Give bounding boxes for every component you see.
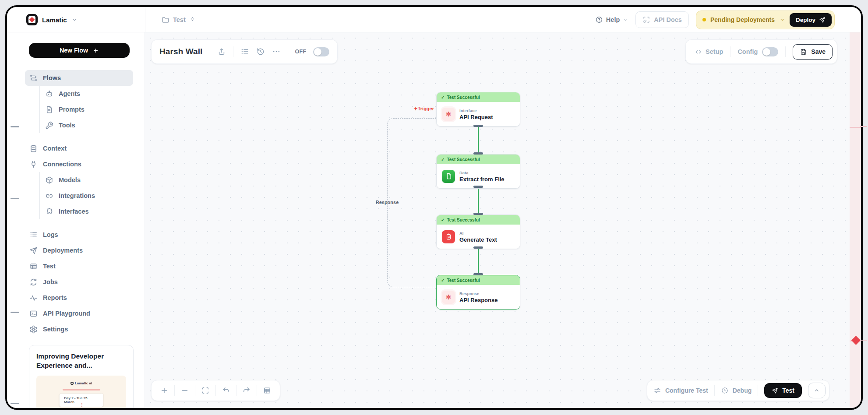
data-table-icon[interactable] — [263, 386, 272, 395]
node-extract-from-file[interactable]: ✓Test Successful Data Extract from File — [436, 154, 520, 189]
flow-enable-toggle[interactable] — [313, 47, 329, 56]
topbar-divider — [145, 7, 145, 32]
chevron-down-icon — [779, 17, 785, 23]
setup-label: Setup — [706, 48, 723, 55]
debug-label: Debug — [733, 387, 752, 394]
flow-canvas[interactable]: Harsh Wall OFF Setup Config — [145, 32, 850, 408]
topbar-actions: Help API Docs Pending Deployments Deploy — [595, 7, 835, 32]
pink-guide-line — [850, 127, 861, 128]
sidebar-item-label: Agents — [59, 90, 80, 97]
app-window: Lamatic Test Help API Docs Pending Deplo… — [5, 5, 863, 410]
sidebar-item-deployments[interactable]: Deployments — [25, 243, 133, 258]
sidebar-item-label: Settings — [43, 326, 68, 333]
node-category: Data — [459, 170, 505, 175]
node-api-request[interactable]: ✓Test Successful ✻ Interface API Request — [436, 92, 520, 127]
sidebar-item-tools[interactable]: Tools — [40, 117, 133, 133]
pending-deployments-pill[interactable]: Pending Deployments Deploy — [696, 11, 835, 29]
workspace-switcher[interactable]: Lamatic — [26, 7, 78, 32]
zoom-out-icon[interactable] — [180, 386, 189, 395]
flow-title: Harsh Wall — [159, 47, 203, 56]
promo-card-title: Improving Developer Experience and... — [36, 352, 126, 370]
node-generate-text[interactable]: ✓Test Successful AI Generate Text — [436, 215, 520, 249]
test-button[interactable]: Test — [764, 383, 802, 398]
sidebar-item-label: Models — [59, 176, 81, 183]
undo-icon[interactable] — [222, 386, 230, 395]
sidebar-item-reports[interactable]: Reports — [25, 290, 133, 306]
database-icon — [29, 144, 38, 153]
sidebar-item-jobs[interactable]: Jobs — [25, 274, 133, 290]
send-icon — [772, 387, 778, 394]
node-title: API Request — [459, 114, 493, 120]
node-handle[interactable] — [473, 125, 483, 127]
left-edge-tick — [11, 403, 19, 404]
prompt-icon — [45, 106, 53, 114]
right-edge-tick — [860, 126, 867, 127]
history-icon[interactable] — [256, 47, 265, 56]
save-button[interactable]: Save — [793, 44, 833, 60]
node-api-response[interactable]: ✓Test Successful ✻ Response API Response — [436, 275, 520, 309]
chevron-down-icon — [71, 17, 78, 23]
sidebar-item-api-playground[interactable]: API Playground — [25, 306, 133, 321]
setup-tab[interactable]: Setup — [695, 48, 723, 56]
sidebar-item-integrations[interactable]: Integrations — [40, 188, 133, 204]
node-category: AI — [459, 231, 497, 236]
sidebar-item-agents[interactable]: Agents — [40, 86, 133, 102]
share-icon[interactable] — [217, 47, 226, 56]
list-view-icon[interactable] — [240, 47, 249, 56]
promo-card[interactable]: Improving Developer Experience and... La… — [29, 345, 134, 410]
left-edge-tick — [11, 126, 19, 127]
save-label: Save — [811, 48, 826, 55]
expand-panel-button[interactable] — [808, 383, 826, 398]
api-docs-button[interactable]: API Docs — [635, 11, 689, 28]
data-node-icon — [442, 170, 455, 183]
plug-icon — [29, 160, 38, 169]
left-edge-tick — [11, 312, 19, 313]
node-handle[interactable] — [473, 273, 483, 275]
activity-icon — [29, 294, 38, 302]
sidebar-item-connections[interactable]: Connections — [25, 156, 133, 172]
table-icon — [29, 262, 38, 271]
sidebar-item-settings[interactable]: Settings — [25, 321, 133, 337]
plus-icon — [92, 47, 99, 54]
test-label: Test — [782, 387, 794, 394]
sidebar-item-prompts[interactable]: Prompts — [40, 102, 133, 117]
sidebar-item-test[interactable]: Test — [25, 258, 133, 274]
brand-name: Lamatic — [42, 16, 67, 24]
sidebar-item-label: Connections — [43, 161, 81, 168]
config-toggle[interactable] — [762, 47, 778, 56]
node-handle[interactable] — [473, 213, 483, 215]
sidebar-item-label: Tools — [59, 122, 75, 129]
configure-test-button[interactable]: Configure Test — [653, 387, 708, 394]
sidebar-item-context[interactable]: Context — [25, 141, 133, 156]
sidebar-item-models[interactable]: Models — [40, 172, 133, 188]
breadcrumb[interactable]: Test — [161, 7, 198, 32]
wrench-icon — [45, 121, 53, 130]
box-icon — [45, 176, 53, 184]
fit-view-icon[interactable] — [201, 386, 210, 395]
api-docs-label: API Docs — [654, 16, 682, 23]
edge-node2-node3 — [478, 187, 479, 214]
flow-header-panel: Harsh Wall OFF — [151, 39, 338, 64]
check-icon: ✓ — [441, 95, 445, 100]
new-flow-button[interactable]: New Flow — [29, 43, 130, 58]
configure-test-label: Configure Test — [665, 387, 708, 394]
flow-icon — [29, 74, 38, 82]
left-edge-tick — [11, 198, 19, 199]
debug-button[interactable]: Debug — [721, 387, 752, 394]
node-handle[interactable] — [473, 152, 483, 155]
api-docs-icon — [642, 16, 650, 24]
agent-icon — [45, 90, 53, 98]
zoom-in-icon[interactable] — [160, 386, 169, 395]
node-handle[interactable] — [473, 186, 483, 188]
sidebar-item-interfaces[interactable]: Interfaces — [40, 204, 133, 219]
redo-icon[interactable] — [242, 386, 251, 395]
more-options-icon[interactable] — [272, 47, 281, 56]
node-handle[interactable] — [473, 246, 483, 249]
deploy-button[interactable]: Deploy — [790, 13, 832, 27]
sliders-icon — [653, 387, 661, 394]
sidebar-item-label: Context — [43, 145, 67, 152]
help-menu[interactable]: Help — [595, 16, 628, 24]
interface-node-icon: ✻ — [442, 108, 455, 121]
sidebar-item-flows[interactable]: Flows — [25, 70, 133, 86]
sidebar-item-logs[interactable]: Logs — [25, 227, 133, 243]
